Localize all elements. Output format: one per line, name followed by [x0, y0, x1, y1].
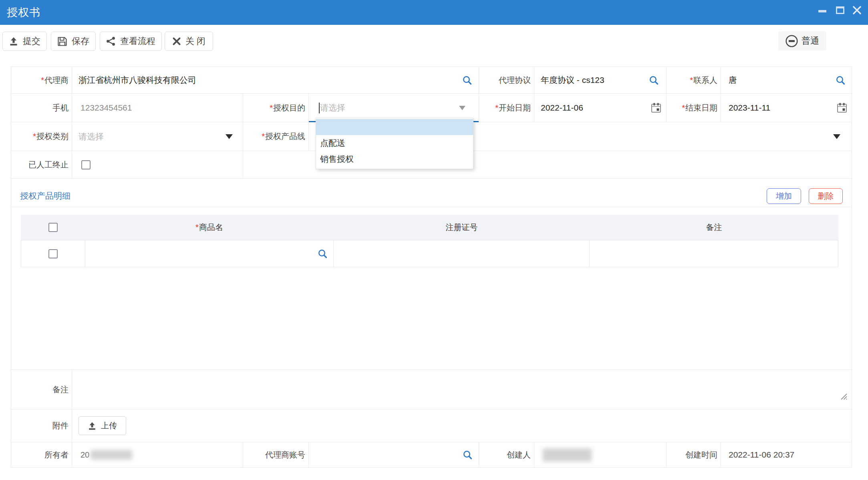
save-icon — [57, 36, 67, 46]
close-button[interactable]: 关 闭 — [165, 32, 213, 51]
required-marker: * — [682, 103, 685, 113]
mobile-label: 手机 — [11, 94, 72, 122]
arrow-down-glyph — [833, 134, 840, 139]
end-date-value: 2023-11-11 — [729, 103, 770, 113]
maximize-icon — [836, 6, 844, 14]
resize-grip[interactable] — [838, 391, 848, 400]
remark-textarea[interactable] — [72, 370, 852, 409]
header-checkbox-cell — [21, 215, 85, 240]
save-button[interactable]: 保存 — [51, 32, 96, 51]
agreement-field[interactable]: 年度协议 - cs123 — [534, 67, 667, 93]
detail-section-title: 授权产品明细 — [20, 190, 70, 202]
agreement-label-text: 代理协议 — [499, 75, 531, 86]
required-marker: * — [495, 103, 498, 113]
creator-field — [534, 442, 667, 467]
delete-row-button[interactable]: 删除 — [809, 188, 843, 204]
agreement-search-icon[interactable] — [649, 75, 666, 85]
terminated-label: 已人工终止 — [11, 151, 72, 178]
agent-search-icon[interactable] — [462, 75, 479, 85]
creator-value-blurred — [543, 448, 592, 462]
start-date-value: 2022-11-06 — [541, 103, 583, 113]
row-checkbox-cell — [21, 240, 85, 267]
remark-row: 备注 — [11, 369, 852, 409]
mode-button[interactable]: 普通 — [778, 31, 826, 50]
window-close-icon — [852, 0, 865, 25]
add-row-button[interactable]: 增加 — [767, 188, 801, 204]
authorization-window: 授权书 提交 保存 — [0, 0, 868, 480]
maximize-button[interactable] — [834, 0, 846, 25]
magnifier-glyph — [462, 75, 472, 85]
purpose-placeholder: 请选择 — [320, 102, 345, 113]
purpose-label-text: 授权目的 — [273, 103, 305, 113]
remark-label: 备注 — [11, 370, 72, 409]
mobile-value: 12323454561 — [81, 103, 132, 113]
dropdown-option-2[interactable]: 销售授权 — [316, 151, 473, 167]
minimize-icon — [818, 10, 826, 12]
contact-field[interactable]: 唐 — [721, 67, 852, 93]
terminated-cell — [72, 151, 243, 178]
mode-label: 普通 — [802, 35, 819, 47]
end-date-label-text: 结束日期 — [685, 103, 717, 113]
minimize-button[interactable] — [816, 0, 829, 25]
product-search-icon[interactable] — [318, 249, 333, 259]
page-title: 授权书 — [7, 0, 40, 25]
magnifier-glyph — [463, 450, 473, 460]
agent-field[interactable]: 浙江省杭州市八骏科技有限公司 — [72, 67, 479, 93]
attachment-label-text: 附件 — [52, 420, 68, 431]
required-marker: * — [690, 76, 693, 85]
start-date-label-text: 开始日期 — [499, 103, 531, 113]
view-flow-button[interactable]: 查看流程 — [100, 32, 162, 51]
mobile-field[interactable]: 12323454561 — [72, 94, 243, 122]
calendar-glyph — [651, 103, 661, 113]
remark-cell[interactable] — [590, 240, 838, 267]
header-reg-no: 注册证号 — [334, 215, 590, 240]
required-marker: * — [270, 103, 273, 113]
remark-label-text: 备注 — [52, 384, 68, 395]
start-date-field[interactable]: 2022-11-06 — [534, 94, 667, 122]
end-date-field[interactable]: 2023-11-11 — [721, 94, 852, 122]
agreement-label: 代理协议 — [479, 67, 534, 93]
category-label-text: 授权类别 — [36, 131, 68, 142]
text-cursor — [319, 103, 320, 113]
terminated-checkbox[interactable] — [81, 160, 91, 169]
mobile-label-text: 手机 — [52, 103, 68, 113]
agent-account-search-icon[interactable] — [463, 450, 479, 460]
end-date-label: *结束日期 — [667, 94, 721, 122]
creator-label: 创建人 — [479, 442, 534, 467]
dropdown-option-1[interactable]: 点配送 — [316, 135, 473, 151]
terminated-label-text: 已人工终止 — [28, 159, 68, 170]
title-bar: 授权书 — [0, 0, 868, 25]
window-close-button[interactable] — [852, 0, 865, 25]
required-marker: * — [33, 132, 36, 141]
magnifier-glyph — [836, 75, 846, 85]
header-remark: 备注 — [590, 215, 838, 240]
form-row-1: *代理商 浙江省杭州市八骏科技有限公司 代理协议 年度协议 - cs123 — [11, 67, 852, 94]
category-dropdown-arrow-icon[interactable] — [226, 134, 243, 139]
product-table: *商品名 注册证号 备注 — [21, 215, 838, 267]
end-date-calendar-icon[interactable] — [837, 103, 852, 113]
agent-account-field[interactable] — [309, 442, 479, 467]
category-label: *授权类别 — [11, 122, 72, 151]
upload-button[interactable]: 上传 — [79, 416, 126, 435]
dropdown-option-empty[interactable] — [316, 119, 473, 135]
agent-label-text: 代理商 — [44, 75, 68, 86]
create-time-label: 创建时间 — [667, 442, 721, 467]
reg-no-cell[interactable] — [334, 240, 589, 267]
start-date-calendar-icon[interactable] — [651, 103, 666, 113]
contact-search-icon[interactable] — [836, 75, 852, 85]
required-marker: * — [41, 76, 44, 85]
attachment-row: 附件 上传 — [11, 409, 852, 442]
product-line-dropdown-arrow-icon[interactable] — [833, 134, 852, 139]
create-time-value: 2022-11-06 20:37 — [727, 450, 794, 460]
purpose-dropdown-arrow-icon[interactable] — [459, 106, 479, 110]
category-select[interactable]: 请选择 — [72, 122, 243, 151]
detail-section-header: 授权产品明细 增加 删除 — [11, 179, 852, 207]
product-cell[interactable] — [85, 240, 334, 267]
creator-label-text: 创建人 — [507, 450, 531, 460]
close-icon — [172, 37, 181, 46]
arrow-down-glyph — [226, 134, 233, 139]
row-checkbox[interactable] — [48, 249, 58, 258]
select-all-checkbox[interactable] — [48, 223, 58, 232]
purpose-dropdown: 点配送 销售授权 — [316, 118, 473, 169]
submit-button[interactable]: 提交 — [2, 32, 47, 51]
